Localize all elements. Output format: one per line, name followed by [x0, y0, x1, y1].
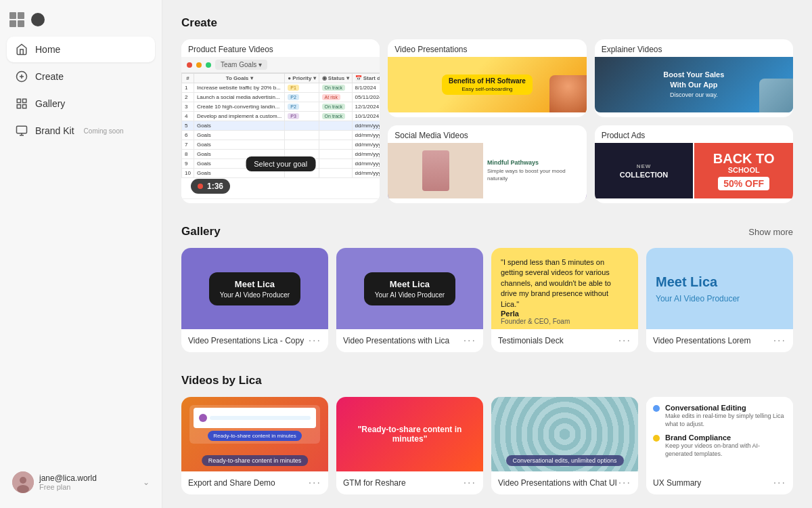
user-info: jane@lica.world Free plan: [39, 473, 137, 491]
card-thumb-product: NEW COLLECTION BACK TO SCHOOL 50% OFF: [595, 143, 793, 198]
video-thumb-2: "Ready-to-share content in minutes": [336, 397, 483, 471]
feature-dot-blue: [653, 405, 660, 412]
feature-1-desc: Make edits in real-time by simply tellin…: [665, 412, 786, 428]
card-thumb-exp: Boost Your SalesWith Our App Discover ou…: [595, 57, 793, 112]
svg-rect-6: [17, 105, 20, 108]
video-card-vp-chat-ui[interactable]: Conversational edits, unlimited options …: [491, 397, 638, 494]
user-plan: Free plan: [39, 483, 137, 491]
card-menu-1[interactable]: ···: [309, 335, 321, 347]
create-grid: Product Feature Videos Team Goals ▾ #To …: [181, 39, 793, 203]
create-card-video-presentations[interactable]: Video Presentations Benefits of HR Softw…: [388, 39, 586, 117]
social-brand: Mindful Pathways: [487, 159, 583, 166]
video-menu-3[interactable]: ···: [618, 477, 631, 489]
videos-section-title: Videos by Lica: [181, 374, 262, 387]
feature-dot-yellow: [653, 435, 660, 442]
gallery-thumb-1: Meet Lica Your AI Video Producer: [181, 248, 328, 329]
gallery-thumb-4: Meet Lica Your AI Video Producer: [646, 248, 793, 329]
testimonial-quote: "I spend less than 5 minutes on getting …: [501, 257, 629, 310]
show-more-button[interactable]: Show more: [748, 227, 793, 237]
svg-rect-7: [17, 126, 27, 133]
gallery-card-testimonials[interactable]: "I spend less than 5 minutes on getting …: [491, 248, 638, 352]
create-card-product-ads[interactable]: Product Ads NEW COLLECTION BACK TO SCHOO…: [595, 125, 793, 203]
feature-2-title: Brand Compliance: [665, 433, 786, 442]
video-card-gtm[interactable]: "Ready-to-share content in minutes" GTM …: [336, 397, 483, 494]
card-menu-2[interactable]: ···: [464, 335, 476, 347]
video-card-1-title: Export and Share Demo: [188, 478, 275, 488]
card-title: Product Ads: [595, 125, 793, 143]
video2-text: "Ready-to-share content in minutes": [344, 425, 476, 444]
video-card-3-title: Video Presentations with Chat UI: [498, 478, 617, 488]
social-text: Simple ways to boost your mood naturally: [487, 168, 583, 182]
home-icon: [15, 43, 28, 56]
video-thumb-4: Conversational Editing Make edits in rea…: [646, 397, 793, 471]
sidebar-item-brand-kit[interactable]: Brand Kit Coming soon: [7, 118, 155, 144]
card-menu-3[interactable]: ···: [618, 335, 631, 347]
meet-lica-blue-sub: Your AI Video Producer: [656, 294, 784, 303]
gallery-thumb-3: "I spend less than 5 minutes on getting …: [491, 248, 638, 329]
svg-point-12: [17, 485, 29, 493]
gallery-card-vp-copy[interactable]: Meet Lica Your AI Video Producer Video P…: [181, 248, 328, 352]
exp-text: Boost Your SalesWith Our App Discover ou…: [663, 70, 724, 99]
create-card-explainer-videos[interactable]: Explainer Videos Boost Your SalesWith Ou…: [595, 39, 793, 117]
video1-overlay: Ready-to-share content in minutes: [202, 455, 309, 466]
create-card-product-feature[interactable]: Product Feature Videos Team Goals ▾ #To …: [181, 39, 380, 203]
gallery-grid: Meet Lica Your AI Video Producer Video P…: [181, 248, 793, 352]
create-section-title: Create: [181, 16, 217, 30]
card-menu-4[interactable]: ···: [773, 335, 786, 347]
gallery-card-vp-lorem[interactable]: Meet Lica Your AI Video Producer Video P…: [646, 248, 793, 352]
sidebar-nav: Home Create Gallery: [7, 37, 155, 465]
user-profile[interactable]: jane@lica.world Free plan ⌄: [7, 465, 155, 500]
video-menu-4[interactable]: ···: [773, 477, 786, 489]
create-card-social-media[interactable]: Social Media Videos Mindful Pathways Sim…: [388, 125, 586, 203]
sidebar-item-home[interactable]: Home: [7, 37, 155, 62]
large-card-title: Product Feature Videos: [181, 39, 380, 57]
sidebar-item-create-label: Create: [35, 71, 64, 82]
video-menu-1[interactable]: ···: [309, 477, 321, 489]
sidebar-item-brand-kit-label: Brand Kit: [35, 125, 74, 136]
spreadsheet-preview: Team Goals ▾ #To Goals ▾● Priority ▾◉ St…: [181, 57, 380, 199]
brand-icon: [15, 124, 28, 137]
videos-section-header: Videos by Lica: [181, 374, 793, 387]
sidebar: Home Create Gallery: [0, 0, 162, 508]
sidebar-item-gallery[interactable]: Gallery: [7, 91, 155, 117]
gallery-section-header: Gallery Show more: [181, 225, 793, 238]
gallery-section-title: Gallery: [181, 225, 221, 238]
brand-kit-badge: Coming soon: [84, 127, 124, 135]
gallery-card-2-title: Video Presentations with Lica: [343, 336, 449, 345]
video-card-export-share[interactable]: Ready-to-share content in minutes Ready-…: [181, 397, 328, 494]
videos-grid: Ready-to-share content in minutes Ready-…: [181, 397, 793, 494]
gallery-card-3-title: Testimonials Deck: [498, 336, 564, 345]
user-email: jane@lica.world: [39, 473, 137, 483]
feature-2-desc: Keep your videos on-brand with AI-genera…: [665, 442, 786, 458]
meet-lica-blue-title: Meet Lica: [656, 274, 784, 290]
chevron-down-icon: ⌄: [143, 478, 150, 487]
avatar: [12, 471, 34, 493]
card-thumb-social: Mindful Pathways Simple ways to boost yo…: [388, 143, 586, 198]
create-section-header: Create: [181, 16, 793, 30]
testimonial-role: Founder & CEO, Foam: [501, 318, 629, 325]
grid-icon: [9, 12, 24, 27]
video-menu-2[interactable]: ···: [464, 477, 476, 489]
video-card-4-title: UX Summary: [653, 478, 701, 488]
feature-1-title: Conversational Editing: [665, 404, 786, 412]
video-thumb-3: Conversational edits, unlimited options: [491, 397, 638, 471]
video-card-ux-summary[interactable]: Conversational Editing Make edits in rea…: [646, 397, 793, 494]
svg-point-11: [20, 477, 26, 484]
gallery-thumb-2: Meet Lica Your AI Video Producer: [336, 248, 483, 329]
gallery-card-4-title: Video Presentations Lorem: [653, 336, 751, 345]
app-logo: [31, 13, 45, 26]
sidebar-item-create[interactable]: Create: [7, 64, 155, 89]
gallery-card-vp-lica[interactable]: Meet Lica Your AI Video Producer Video P…: [336, 248, 483, 352]
video-thumb-1: Ready-to-share content in minutes Ready-…: [181, 397, 328, 471]
card-thumb-vp: Benefits of HR Software Easy self-onboar…: [388, 57, 586, 112]
svg-rect-5: [23, 105, 26, 108]
video-timer: 1:36: [191, 179, 230, 194]
card-title: Explainer Videos: [595, 39, 793, 57]
main-content: Create Product Feature Videos Team Goals…: [162, 0, 812, 508]
svg-rect-4: [23, 99, 26, 102]
sidebar-item-gallery-label: Gallery: [35, 98, 65, 109]
record-dot: [198, 184, 203, 189]
testimonial-author: Perla: [501, 310, 629, 318]
video3-overlay: Conversational edits, unlimited options: [505, 455, 623, 466]
plus-circle-icon: [15, 70, 28, 83]
